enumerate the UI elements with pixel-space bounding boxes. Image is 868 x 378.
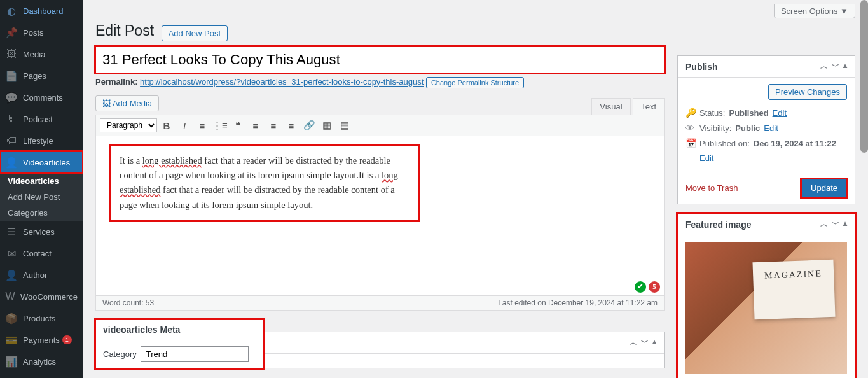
list-icon: ☰ [5,225,18,238]
sidebar-item-label: Products [23,314,55,323]
scrollbar-thumb[interactable] [860,0,868,153]
sidebar-item-label: Services [23,227,55,237]
caret-up-icon[interactable]: ▴ [652,337,656,348]
toolbar-toggle-button[interactable]: ▤ [336,117,353,134]
sidebar-item-label: Videoarticles [23,158,70,167]
featured-image-thumb[interactable] [685,242,847,374]
key-icon: 🔑 [685,108,696,118]
sidebar-item-label: WooCommerce [20,292,78,302]
editor-text: fact that a reader will be distracted by… [120,185,395,209]
chevron-down-icon[interactable]: ﹀ [641,337,649,348]
align-left-button[interactable]: ≡ [247,117,264,134]
main-content: Screen Options ▼ Edit Post Add New Post … [83,0,868,378]
sidebar-item-marketing[interactable]: 📣Marketing [0,372,83,378]
update-button[interactable]: Update [801,179,847,197]
editor-toolbar: Paragraph B I ≡ ⋮≡ ❝ ≡ ≡ ≡ 🔗 ▦ ▤ [96,115,664,136]
calendar-icon: 📅 [685,138,696,148]
chevron-up-icon[interactable]: ︿ [630,337,637,348]
sidebar-item-services[interactable]: ☰Services [0,221,83,242]
sidebar-item-analytics[interactable]: 📊Analytics [0,351,83,372]
chevron-down-icon[interactable]: ﹀ [832,219,839,230]
tab-text[interactable]: Text [633,98,665,115]
sidebar-item-videoarticles[interactable]: 👤Videoarticles [0,151,83,173]
edit-status-link[interactable]: Edit [773,108,787,118]
align-center-button[interactable]: ≡ [265,117,282,134]
preview-button[interactable]: Preview Changes [768,84,847,100]
dashboard-icon: ◐ [5,4,18,17]
sidebar-item-label: Dashboard [23,6,64,16]
category-input[interactable] [141,346,249,362]
sidebar-item-contact[interactable]: ✉Contact [0,242,83,264]
payments-badge: 1 [62,335,72,344]
sidebar-item-posts[interactable]: 📌Posts [0,22,83,43]
pin-icon: 📌 [5,26,18,39]
scrollbar[interactable] [860,0,868,378]
number-list-button[interactable]: ⋮≡ [212,117,228,134]
person-icon: 👤 [5,156,18,169]
permalink-label: Permalink: [95,78,137,87]
sidebar-item-media[interactable]: 🖼Media [0,43,83,65]
editor-body[interactable]: It is a long established fact that a rea… [96,136,664,295]
sidebar-item-woocommerce[interactable]: WWooCommerce [0,286,83,307]
add-new-post-button[interactable]: Add New Post [162,25,228,41]
chevron-up-icon[interactable]: ︿ [820,61,828,72]
format-select[interactable]: Paragraph [100,118,157,132]
woocommerce-icon: W [5,290,15,303]
sidebar-item-label: Podcast [23,115,53,124]
screen-options-button[interactable]: Screen Options ▼ [774,4,855,18]
chevron-up-icon[interactable]: ︿ [820,219,828,230]
last-edited: Last edited on December 19, 2024 at 11:2… [498,298,658,307]
tab-visual[interactable]: Visual [591,98,630,115]
quote-button[interactable]: ❝ [230,117,246,134]
change-permalink-button[interactable]: Change Permalink Structure [426,77,524,88]
featured-title: Featured image [685,220,751,230]
mail-icon: ✉ [5,247,18,260]
sidebar-item-payments[interactable]: 💳Payments1 [0,329,83,351]
add-media-button[interactable]: 🖼 Add Media [95,95,159,111]
sidebar-item-label: Comments [23,93,63,102]
tag-icon: 🏷 [5,134,18,147]
chevron-down-icon[interactable]: ﹀ [832,61,839,72]
edit-date-link[interactable]: Edit [699,153,713,163]
media-icon: 🖼 [102,99,113,108]
word-count: Word count: 53 [102,298,154,307]
issues-badge[interactable]: 5 [649,281,660,293]
page-title: Edit Post [95,22,154,39]
sidebar-item-author[interactable]: 👤Author [0,264,83,286]
link-button[interactable]: 🔗 [301,117,317,134]
sidebar-item-label: Author [23,270,47,280]
post-title-input[interactable] [95,46,665,73]
permalink-link[interactable]: http://localhost/wordpress/?videoarticle… [140,78,424,87]
move-to-trash-link[interactable]: Move to Trash [685,183,738,193]
subitem-videoarticles[interactable]: Videoarticles [0,173,83,189]
sidebar-item-label: Pages [23,71,46,81]
seo-ok-icon[interactable]: ✔ [635,281,646,293]
edit-visibility-link[interactable]: Edit [764,123,778,133]
bold-button[interactable]: B [158,117,175,134]
align-right-button[interactable]: ≡ [283,117,300,134]
sidebar-item-label: Lifestyle [23,136,53,146]
metabox-title: videoarticles Meta [103,325,180,335]
sidebar-item-comments[interactable]: 💬Comments [0,87,83,108]
media-icon: 🖼 [5,48,18,60]
mic-icon: 🎙 [5,113,18,125]
bullet-list-button[interactable]: ≡ [194,117,210,134]
subitem-categories[interactable]: Categories [0,205,83,221]
eye-icon: 👁 [685,123,696,133]
sidebar-item-lifestyle[interactable]: 🏷Lifestyle [0,130,83,151]
readmore-button[interactable]: ▦ [319,117,335,134]
sidebar-item-pages[interactable]: 📄Pages [0,65,83,87]
admin-sidebar: ◐Dashboard 📌Posts 🖼Media 📄Pages 💬Comment… [0,0,83,378]
sidebar-item-label: Payments [23,335,60,345]
category-label: Category [103,349,137,359]
sidebar-item-podcast[interactable]: 🎙Podcast [0,108,83,130]
subitem-add-new[interactable]: Add New Post [0,189,83,205]
caret-up-icon[interactable]: ▴ [843,61,847,72]
caret-up-icon[interactable]: ▴ [843,219,847,230]
sidebar-item-label: Media [23,50,45,59]
editor-text: long established [142,155,202,165]
sidebar-item-dashboard[interactable]: ◐Dashboard [0,0,83,22]
italic-button[interactable]: I [176,117,193,134]
sidebar-item-products[interactable]: 📦Products [0,307,83,329]
box-icon: 📦 [5,312,18,325]
